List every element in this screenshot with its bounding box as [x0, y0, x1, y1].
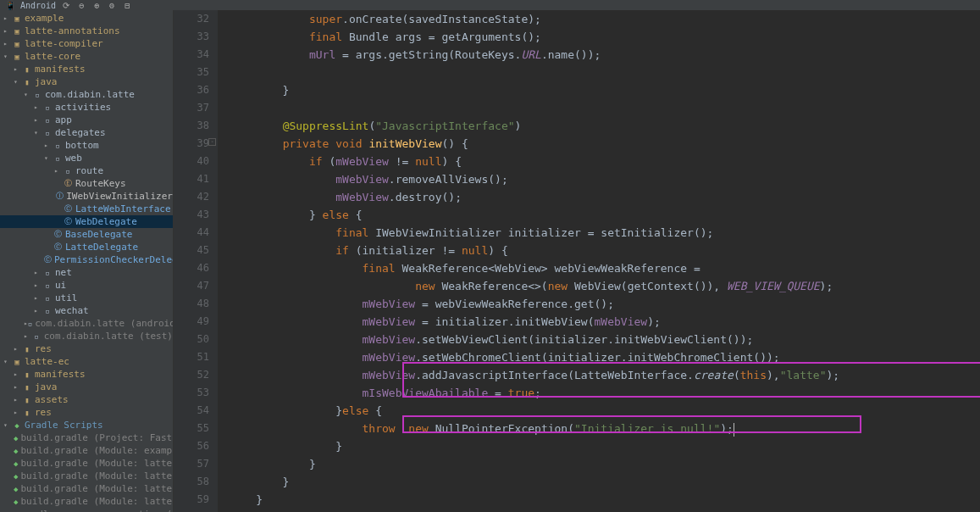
code-line[interactable]: @SuppressLint("JavascriptInterface") [230, 117, 980, 135]
code-line[interactable]: } [230, 455, 980, 473]
code-line[interactable]: mWebView = webViewWeakReference.get(); [230, 295, 980, 313]
code-line[interactable]: } [230, 437, 980, 455]
tree-item[interactable]: ▸▫app [0, 114, 173, 126]
line-number: 58 [174, 473, 209, 491]
code-line[interactable]: final Bundle args = getArguments(); [230, 28, 980, 46]
tree-item[interactable]: ▸▫util [0, 292, 173, 304]
tree-item[interactable]: ⒸWebDelegate [0, 215, 173, 228]
line-number: 56 [174, 437, 209, 455]
code-line[interactable]: }else { [230, 402, 980, 420]
line-number: 55 [174, 420, 209, 437]
line-number: 37 [174, 99, 209, 117]
code-line[interactable] [230, 99, 980, 117]
code-line[interactable]: throw new NullPointerException("Initiali… [230, 420, 980, 437]
code-line[interactable]: } else { [230, 206, 980, 224]
tree-item[interactable]: ▾▫delegates [0, 126, 173, 139]
code-line[interactable]: mWebView.removeAllViews(); [230, 170, 980, 188]
gutter: 3233343536373839-40414243444546474849505… [174, 10, 218, 512]
tree-item[interactable]: ⒾIWebViewInitializer [0, 190, 173, 203]
line-number: 51 [174, 348, 209, 366]
code-line[interactable]: new WeakReference<>(new WebView(getConte… [230, 277, 980, 295]
tree-item[interactable]: ▸▫com.diabin.latte (test) [0, 330, 173, 342]
line-number: 35 [174, 64, 209, 81]
code-line[interactable] [230, 64, 980, 81]
tree-item[interactable]: ◆build.gradle (Module: latte-annotations… [0, 457, 173, 470]
line-number: 54 [174, 402, 209, 420]
android-icon: 📱 [5, 0, 15, 10]
tree-item[interactable]: ⒸLatteDelegate [0, 241, 173, 253]
tree-item[interactable]: ▸▫com.diabin.latte (androidTest) [0, 317, 173, 330]
tree-item[interactable]: ▾▣latte-core [0, 50, 173, 63]
tree-item[interactable]: ⒺRouteKeys [0, 177, 173, 190]
settings-icon[interactable]: ⚙ [107, 0, 117, 10]
main: ▸▣example▸▣latte-annotations▸▣latte-comp… [0, 10, 980, 512]
tree-item[interactable]: ▾▫web [0, 152, 173, 164]
tree-item[interactable]: ▾▮java [0, 75, 173, 88]
line-number: 49 [174, 313, 209, 331]
project-tree[interactable]: ▸▣example▸▣latte-annotations▸▣latte-comp… [0, 10, 174, 512]
tree-item[interactable]: ▸▮res [0, 406, 173, 419]
code-line[interactable]: private void initWebView() { [230, 135, 980, 153]
line-number: 46 [174, 259, 209, 277]
line-number: 40 [174, 153, 209, 170]
tree-item[interactable]: ▸▮assets [0, 393, 173, 406]
line-number: 57 [174, 455, 209, 473]
code-line[interactable]: mUrl = args.getString(RouteKeys.URL.name… [230, 46, 980, 64]
line-number: 45 [174, 242, 209, 259]
hide-icon[interactable]: ⊟ [122, 0, 132, 10]
tree-item[interactable]: ▸▫bottom [0, 139, 173, 152]
tree-item[interactable]: ▾▣latte-ec [0, 355, 173, 368]
line-number: 47 [174, 277, 209, 295]
sync-icon[interactable]: ⟳ [61, 0, 71, 10]
tree-item[interactable]: ▸▫wechat [0, 304, 173, 317]
collapse-icon[interactable]: ⊖ [76, 0, 86, 10]
code-line[interactable]: mWebView = initializer.initWebView(mWebV… [230, 313, 980, 331]
code-line[interactable]: } [230, 491, 980, 509]
tree-item[interactable]: ▸▫net [0, 266, 173, 279]
line-number: 33 [174, 28, 209, 46]
editor[interactable]: 3233343536373839-40414243444546474849505… [174, 10, 980, 512]
code-line[interactable]: mIsWebViewAbailable = true; [230, 384, 980, 402]
code-line[interactable]: if (initializer != null) { [230, 242, 980, 259]
code-line[interactable]: mWebView.setWebChromeClient(initializer.… [230, 348, 980, 366]
tree-item[interactable]: ▸▫route [0, 164, 173, 177]
code-line[interactable]: } [230, 81, 980, 99]
code-line[interactable]: mWebView.setWebViewClient(initializer.in… [230, 331, 980, 348]
toolbar-label: Android [20, 1, 56, 10]
line-number: 48 [174, 295, 209, 313]
code-area[interactable]: super.onCreate(savedInstanceState); fina… [218, 10, 980, 512]
line-number: 59 [174, 491, 209, 509]
tree-item[interactable]: ▾▫com.diabin.latte [0, 88, 173, 101]
expand-icon[interactable]: ⊕ [91, 0, 102, 10]
tree-item[interactable]: ⒸBaseDelegate [0, 228, 173, 241]
tree-item[interactable]: ▸▣example [0, 12, 173, 25]
tree-item[interactable]: ◆build.gradle (Module: latte-core) [0, 482, 173, 495]
code-line[interactable]: super.onCreate(savedInstanceState); [230, 10, 980, 28]
tree-item[interactable]: ▸▮manifests [0, 368, 173, 381]
tree-item[interactable]: ⒸPermissionCheckerDelegate [0, 253, 173, 266]
tree-item[interactable]: ▸▫activities [0, 101, 173, 114]
line-number: 36 [174, 81, 209, 99]
tree-item[interactable]: ◆build.gradle (Module: latte-compiler) [0, 470, 173, 482]
line-number: 44 [174, 224, 209, 242]
tree-item[interactable]: ◆gradle-wrapper.properties (Gradle Versi… [0, 508, 173, 512]
code-line[interactable]: } [230, 473, 980, 491]
code-line[interactable]: final WeakReference<WebView> webViewWeak… [230, 259, 980, 277]
code-line[interactable]: final IWebViewInitializer initializer = … [230, 224, 980, 242]
tree-item[interactable]: ◆build.gradle (Module: example) [0, 444, 173, 457]
code-line[interactable]: if (mWebView != null) { [230, 153, 980, 170]
tree-item[interactable]: ◆build.gradle (Module: latte-ec) [0, 495, 173, 508]
tree-item[interactable]: ⒸLatteWebInterface [0, 203, 173, 215]
tree-item[interactable]: ▸▣latte-compiler [0, 37, 173, 50]
tree-item[interactable]: ▸▮java [0, 381, 173, 393]
tree-item[interactable]: ▸▮res [0, 342, 173, 355]
line-number: 43 [174, 206, 209, 224]
tree-item[interactable]: ▸▣latte-annotations [0, 25, 173, 37]
tree-item[interactable]: ▾◆Gradle Scripts [0, 419, 173, 431]
code-line[interactable]: mWebView.destroy(); [230, 188, 980, 206]
tree-item[interactable]: ▸▮manifests [0, 63, 173, 75]
tree-item[interactable]: ▸▫ui [0, 279, 173, 292]
toolbar: 📱 Android ⟳ ⊖ ⊕ ⚙ ⊟ [0, 0, 980, 10]
code-line[interactable]: mWebView.addJavascriptInterface(LatteWeb… [230, 366, 980, 384]
tree-item[interactable]: ◆build.gradle (Project: FastEC) [0, 431, 173, 444]
